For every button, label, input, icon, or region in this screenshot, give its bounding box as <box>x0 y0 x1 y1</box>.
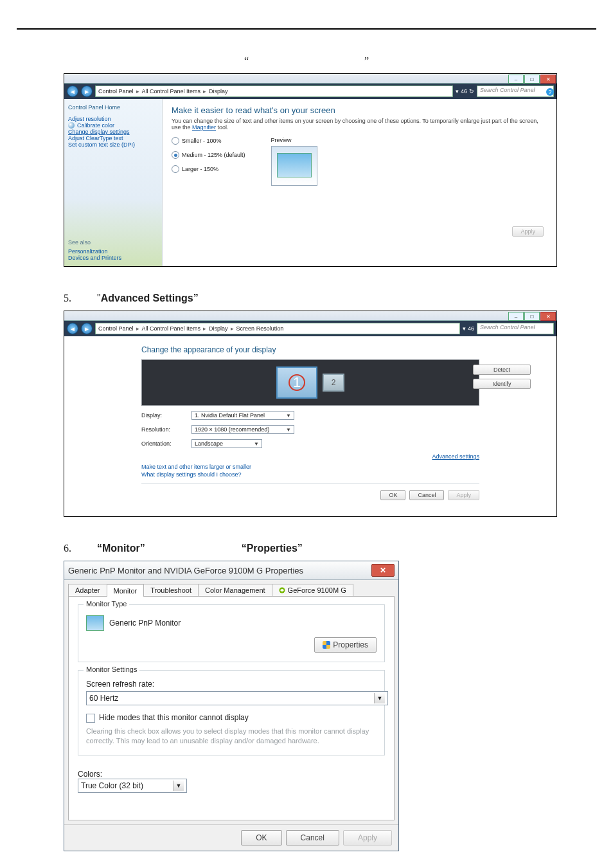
chevron-down-icon: ▼ <box>254 441 259 447</box>
tab-color-management[interactable]: Color Management <box>198 584 272 596</box>
document-top-rule <box>17 19 596 30</box>
chevron-down-icon: ▼ <box>374 693 385 703</box>
apply-button[interactable]: Apply <box>512 226 544 237</box>
radio-icon <box>172 151 179 159</box>
back-button[interactable]: ◄ <box>67 323 78 334</box>
orientation-label: Orientation: <box>141 440 180 447</box>
close-button[interactable]: ✕ <box>540 312 556 321</box>
step-number: 6. <box>64 543 71 554</box>
address-field[interactable]: Control Panel▸ All Control Panel Items▸ … <box>95 323 460 334</box>
preview-label: Preview <box>271 137 317 143</box>
step-text: “Monitor” <box>97 543 145 554</box>
radio-label: Medium - 125% (default) <box>182 152 245 158</box>
display-label: Display: <box>141 412 180 419</box>
detect-button[interactable]: Detect <box>473 365 531 375</box>
monitor-number-callout: 1 <box>289 374 305 391</box>
breadcrumb: Display <box>209 325 228 332</box>
sidebar-item[interactable]: Calibrate color <box>77 122 114 129</box>
make-larger-link[interactable]: Make text and other items larger or smal… <box>141 464 479 470</box>
chevron-down-icon: ▼ <box>173 781 184 791</box>
monitor-2[interactable]: 2 <box>323 374 344 392</box>
search-input[interactable]: Search Control Panel <box>477 323 554 334</box>
magnifier-link[interactable]: Magnifier <box>192 124 216 131</box>
see-also-heading: See also <box>68 239 158 246</box>
monitor-arrangement[interactable]: 1 2 <box>141 359 479 406</box>
breadcrumb: All Control Panel Items <box>142 325 201 332</box>
radio-icon <box>172 137 179 145</box>
monitor-1[interactable]: 1 <box>276 366 317 399</box>
breadcrumb: Control Panel <box>98 88 134 95</box>
chevron-down-icon: ▼ <box>286 427 291 433</box>
address-field[interactable]: Control Panel▸ All Control Panel Items▸ … <box>95 86 453 97</box>
monitor-icon <box>86 615 104 631</box>
address-bar: ◄ ► Control Panel▸ All Control Panel Ite… <box>64 321 556 336</box>
size-radio-smaller[interactable]: Smaller - 100% <box>172 137 245 145</box>
ok-button[interactable]: OK <box>241 830 281 845</box>
resolution-select[interactable]: 1920 × 1080 (recommended)▼ <box>191 425 294 434</box>
forward-button[interactable]: ► <box>81 86 93 97</box>
hide-modes-checkbox[interactable] <box>86 714 95 723</box>
sidebar: Control Panel Home Adjust resolution Cal… <box>64 99 163 266</box>
tab-troubleshoot[interactable]: Troubleshoot <box>143 584 199 596</box>
group-legend: Monitor Type <box>84 600 129 608</box>
sidebar-item[interactable]: Set custom text size (DPI) <box>68 141 158 148</box>
help-icon[interactable]: ? <box>546 88 554 96</box>
tab-geforce[interactable]: GeForce 9100M G <box>272 584 353 596</box>
hide-modes-description: Clearing this check box allows you to se… <box>86 727 377 746</box>
orientation-select[interactable]: Landscape▼ <box>191 439 262 448</box>
monitor-settings-group: Monitor Settings Screen refresh rate: 60… <box>78 670 385 755</box>
nvidia-icon <box>279 587 285 593</box>
display-select[interactable]: 1. Nvidia Default Flat Panel▼ <box>191 411 294 420</box>
close-button[interactable]: ✕ <box>371 564 395 577</box>
dialog-titlebar: Generic PnP Monitor and NVIDIA GeForce 9… <box>64 561 398 580</box>
forward-button[interactable]: ► <box>81 323 93 334</box>
page-title: Make it easier to read what's on your sc… <box>172 105 547 115</box>
see-also-link[interactable]: Devices and Printers <box>68 255 158 261</box>
search-input[interactable]: Search Control Panel <box>477 86 554 97</box>
quote-left: “ <box>244 55 249 67</box>
what-settings-link[interactable]: What display settings should I choose? <box>141 471 479 478</box>
see-also-link[interactable]: Personalization <box>68 248 158 255</box>
identify-button[interactable]: Identify <box>473 379 531 389</box>
refresh-button[interactable]: ▾46 <box>463 325 474 332</box>
sidebar-item[interactable]: Adjust resolution <box>68 116 158 122</box>
page-title: Change the appearance of your display <box>141 345 479 354</box>
control-panel-home[interactable]: Control Panel Home <box>68 104 158 111</box>
tab-monitor[interactable]: Monitor <box>107 584 145 597</box>
size-radio-larger[interactable]: Larger - 150% <box>172 165 245 173</box>
address-bar: ◄ ► Control Panel▸ All Control Panel Ite… <box>64 84 556 99</box>
resolution-label: Resolution: <box>141 426 180 433</box>
sidebar-item[interactable]: Change display settings <box>68 129 158 135</box>
apply-button[interactable]: Apply <box>343 830 392 845</box>
colors-select[interactable]: True Color (32 bit) ▼ <box>78 779 187 793</box>
sidebar-item[interactable]: Adjust ClearType text <box>68 135 158 141</box>
monitor-type-value: Generic PnP Monitor <box>109 619 181 628</box>
refresh-button[interactable]: ▾ 46 ↻ <box>456 88 474 95</box>
page-description: You can change the size of text and othe… <box>172 118 547 131</box>
breadcrumb: Control Panel <box>98 325 134 332</box>
chevron-down-icon: ▼ <box>286 413 291 419</box>
advanced-settings-link[interactable]: Advanced settings <box>432 453 479 460</box>
refresh-rate-select[interactable]: 60 Hertz ▼ <box>86 691 388 705</box>
tab-adapter[interactable]: Adapter <box>68 584 107 596</box>
apply-button[interactable]: Apply <box>448 490 479 500</box>
step-text: "Advanced Settings” <box>97 293 199 304</box>
ok-button[interactable]: OK <box>380 490 405 500</box>
properties-button[interactable]: Properties <box>314 637 377 653</box>
minimize-button[interactable]: – <box>508 312 524 321</box>
maximize-button[interactable]: □ <box>524 75 540 84</box>
maximize-button[interactable]: □ <box>524 312 540 321</box>
minimize-button[interactable]: – <box>508 75 524 84</box>
size-radio-medium[interactable]: Medium - 125% (default) <box>172 151 245 159</box>
monitor-type-group: Monitor Type Generic PnP Monitor Propert… <box>78 604 385 662</box>
radio-icon <box>172 165 179 173</box>
calibrate-icon <box>68 122 75 129</box>
cancel-button[interactable]: Cancel <box>409 490 444 500</box>
cancel-button[interactable]: Cancel <box>286 830 339 845</box>
back-button[interactable]: ◄ <box>67 86 78 97</box>
tab-strip: Adapter Monitor Troubleshoot Color Manag… <box>64 580 398 596</box>
step-text: “Properties” <box>242 543 303 554</box>
preview-image <box>271 146 317 186</box>
close-button[interactable]: ✕ <box>540 75 556 84</box>
quote-right: ” <box>364 55 369 67</box>
